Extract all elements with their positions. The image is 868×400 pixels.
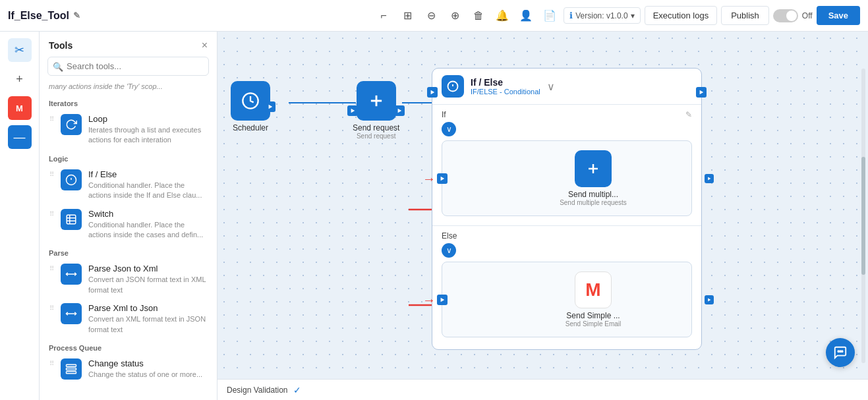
svg-marker-19 [351, 108, 355, 112]
drag-handle-icon: ⠿ [49, 114, 54, 123]
chevron-down-icon: ▾ [631, 11, 635, 20]
section-process-queue: Process Queue [40, 339, 217, 355]
toggle-thumb [786, 11, 797, 21]
else-chevron-row: ∨ [442, 243, 692, 258]
send-request-left-connector[interactable] [347, 105, 358, 116]
connector-sidebar-btn[interactable]: — [8, 125, 32, 149]
list-item[interactable]: ⠿ Parse Json to Xml Convert an JSON form… [40, 260, 217, 299]
send-simple-right-conn[interactable] [705, 295, 714, 304]
if-else-header-icon [442, 75, 464, 98]
design-validation-label: Design Validation [227, 386, 288, 395]
if-else-collapse-btn[interactable]: ∨ [547, 80, 555, 93]
send-multiple-right-conn[interactable] [705, 174, 714, 183]
loop-icon [61, 114, 82, 135]
chat-bubble-btn[interactable] [826, 338, 855, 367]
drag-handle-icon: ⠿ [49, 264, 54, 272]
search-icon: 🔍 [53, 61, 63, 71]
list-item[interactable]: ⠿ If / Else Conditional handler. Place t… [40, 165, 217, 205]
drag-handle-icon: ⠿ [49, 209, 54, 217]
list-item[interactable]: ⠿ Loop Iterates through a list and execu… [40, 110, 217, 150]
tools-sidebar-btn[interactable]: ✂ [8, 38, 32, 62]
if-else-info: If / Else Conditional handler. Place the… [88, 169, 208, 201]
tools-title: Tools [49, 40, 72, 51]
svg-marker-23 [431, 90, 435, 94]
doc-btn[interactable]: 📄 [540, 6, 560, 26]
canvas[interactable]: Scheduler Send request Send request [217, 32, 868, 400]
else-label: Else [442, 231, 457, 241]
svg-marker-18 [269, 105, 273, 109]
red-arrow-else: → [422, 292, 436, 307]
drag-handle-icon: ⠿ [49, 303, 54, 312]
scheduler-right-connector[interactable] [265, 101, 275, 112]
send-simple-left-conn[interactable] [437, 295, 448, 305]
send-multiple-node[interactable]: Send multipl... Send multiple requests [478, 150, 709, 206]
send-multiple-box[interactable] [575, 150, 612, 187]
drag-handle-icon: ⠿ [49, 169, 54, 178]
send-simple-box[interactable]: M [575, 271, 612, 308]
tools-list: Iterators ⠿ Loop Iterates through a list… [40, 94, 217, 400]
list-item[interactable]: ⠿ Switch Conditional handler. Place the … [40, 205, 217, 244]
list-item[interactable]: ⠿ Change status Change the status of one… [40, 355, 217, 384]
version-label: Version: v1.0.0 [575, 11, 627, 20]
if-else-block[interactable]: If / Else IF/ELSE - Conditional ∨ If ✎ ∨ [432, 68, 702, 350]
if-else-title: If / Else [471, 77, 540, 88]
scrollbar-thumb[interactable] [861, 157, 865, 275]
topbar: If_Else_Tool ✎ ⌐ ⊞ ⊖ ⊕ 🗑 🔔 👤 📄 ℹ Version… [0, 0, 868, 32]
if-chevron-btn[interactable]: ∨ [442, 122, 456, 136]
scroll-hint: many actions inside the 'Try' scop... [40, 82, 217, 94]
version-badge[interactable]: ℹ Version: v1.0.0 ▾ [564, 7, 640, 24]
tools-header: Tools × [40, 32, 217, 57]
grid-icon-btn[interactable]: ⊞ [397, 6, 417, 26]
tools-panel: Tools × 🔍 many actions inside the 'Try' … [40, 32, 217, 400]
list-item[interactable]: ⠿ Parse Xml to Json Convert an XML forma… [40, 299, 217, 339]
save-button[interactable]: Save [817, 6, 860, 25]
parse-json-xml-info: Parse Json to Xml Convert an JSON format… [88, 264, 208, 295]
send-request-sublabel: Send request [357, 132, 396, 140]
svg-point-34 [838, 351, 839, 352]
add-sidebar-btn[interactable]: + [8, 67, 32, 91]
user-btn[interactable]: 👤 [516, 6, 536, 26]
svg-marker-33 [708, 298, 710, 301]
scheduler-node[interactable]: Scheduler [231, 81, 270, 132]
search-input[interactable] [47, 57, 209, 76]
validation-check-icon: ✓ [293, 385, 301, 395]
svg-marker-32 [441, 297, 445, 301]
switch-info: Switch Conditional handler. Place the ac… [88, 209, 208, 241]
flow-icon-btn[interactable]: ⌐ [374, 6, 393, 26]
scheduler-box[interactable] [231, 81, 270, 121]
if-inner: → Send multipl... Send multiple requests [442, 140, 692, 216]
svg-point-35 [840, 351, 841, 352]
zoom-in-btn[interactable]: ⊕ [445, 6, 465, 26]
bell-btn[interactable]: 🔔 [492, 6, 512, 26]
svg-marker-22 [398, 108, 402, 112]
zoom-out-btn[interactable]: ⊖ [421, 6, 441, 26]
send-multiple-label: Send multipl... [568, 190, 618, 199]
info-icon: ℹ [569, 11, 573, 20]
section-parse: Parse [40, 244, 217, 260]
send-simple-node[interactable]: M Send Simple ... Send Simple Email [478, 271, 709, 328]
send-request-right-connector[interactable] [394, 105, 405, 116]
if-edit-icon[interactable]: ✎ [685, 110, 692, 119]
parse-xml-json-info: Parse Xml to Json Convert an XML format … [88, 303, 208, 335]
send-multiple-left-conn[interactable] [437, 173, 448, 184]
svg-rect-3 [67, 215, 76, 224]
else-section: Else ∨ → M [432, 225, 701, 349]
send-request-box[interactable] [357, 81, 396, 121]
publish-button[interactable]: Publish [721, 6, 769, 25]
exec-logs-button[interactable]: Execution logs [645, 6, 718, 25]
svg-rect-11 [67, 372, 76, 374]
else-chevron-btn[interactable]: ∨ [442, 243, 456, 258]
edit-title-icon[interactable]: ✎ [73, 11, 80, 20]
parse-xml-json-icon [61, 303, 82, 324]
delete-btn[interactable]: 🗑 [469, 6, 488, 26]
send-request-node[interactable]: Send request Send request [353, 81, 399, 140]
gmail-sidebar-btn[interactable]: M [8, 96, 32, 120]
on-off-toggle[interactable] [773, 9, 798, 22]
tools-close-button[interactable]: × [202, 40, 208, 51]
if-else-left-connector[interactable] [427, 87, 438, 98]
send-multiple-sublabel: Send multiple requests [560, 199, 627, 206]
if-else-icon [61, 169, 82, 190]
title-text: If_Else_Tool [8, 10, 69, 22]
if-chevron-row: ∨ [442, 122, 692, 136]
if-else-right-connector[interactable] [696, 87, 707, 98]
